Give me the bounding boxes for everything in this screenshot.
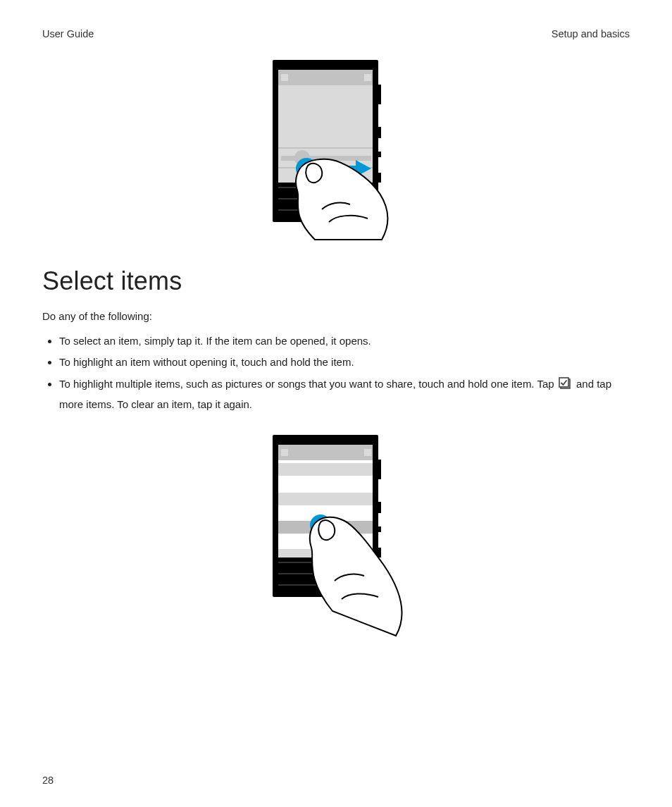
svg-rect-30	[278, 463, 373, 476]
svg-rect-6	[278, 70, 373, 85]
figure-swipe-right	[42, 56, 630, 247]
page-header: User Guide Setup and basics	[42, 28, 630, 39]
svg-rect-32	[278, 493, 373, 505]
bullet-item-1: To select an item, simply tap it. If the…	[59, 332, 630, 350]
svg-rect-23	[378, 502, 381, 513]
svg-rect-7	[281, 74, 288, 81]
intro-text: Do any of the following:	[42, 310, 630, 322]
document-page: User Guide Setup and basics	[0, 0, 672, 807]
svg-rect-3	[378, 152, 381, 157]
header-left: User Guide	[42, 28, 94, 39]
svg-rect-29	[364, 449, 371, 456]
bullet-list: To select an item, simply tap it. If the…	[42, 332, 630, 414]
page-number: 28	[42, 775, 54, 786]
checkbox-select-icon	[559, 377, 571, 395]
bullet-3-pre: To highlight multiple items, such as pic…	[59, 378, 557, 390]
svg-rect-31	[278, 477, 373, 491]
svg-rect-9	[278, 147, 373, 149]
svg-rect-22	[378, 460, 381, 479]
svg-rect-28	[281, 449, 288, 456]
bullet-item-2: To highlight an item without opening it,…	[59, 353, 630, 371]
swipe-right-illustration	[266, 60, 406, 243]
bullet-item-3: To highlight multiple items, such as pic…	[59, 375, 630, 414]
hand-thumb-illustration-2	[310, 517, 402, 636]
section-heading: Select items	[42, 266, 630, 296]
svg-rect-8	[364, 74, 371, 81]
svg-rect-4	[378, 173, 381, 183]
svg-rect-27	[278, 445, 373, 460]
svg-rect-2	[378, 127, 381, 138]
svg-rect-24	[378, 526, 381, 532]
svg-rect-20	[559, 378, 568, 387]
svg-rect-1	[378, 85, 381, 104]
tap-hold-illustration	[266, 435, 406, 639]
header-right: Setup and basics	[552, 28, 630, 39]
figure-tap-hold	[42, 435, 630, 660]
svg-rect-25	[378, 548, 381, 557]
